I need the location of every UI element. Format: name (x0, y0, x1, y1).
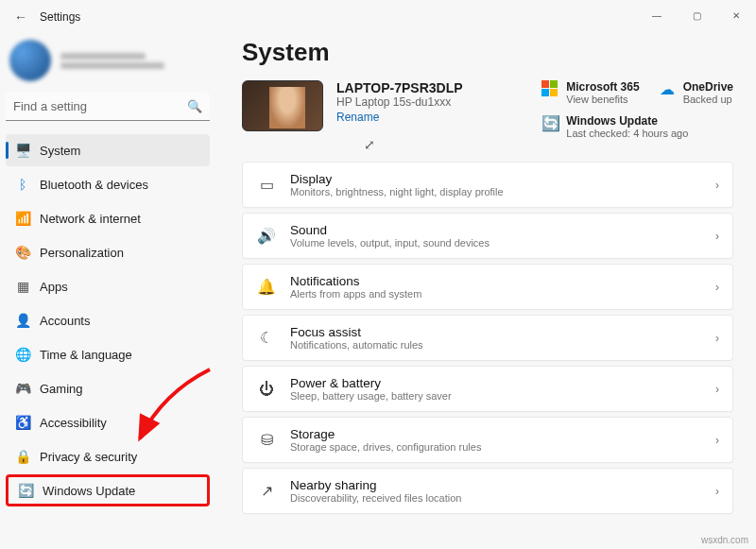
device-block: LAPTOP-7PSR3DLP HP Laptop 15s-du1xxx Ren… (242, 80, 463, 152)
ms365-link[interactable]: Microsoft 365View benefits (541, 80, 639, 105)
card-power[interactable]: ⏻ Power & batterySleep, battery usage, b… (242, 366, 733, 412)
card-nearby-sharing[interactable]: ↗ Nearby sharingDiscoverability, receive… (242, 468, 733, 514)
moon-icon: ☾ (256, 329, 277, 347)
wifi-icon: 📶 (15, 211, 30, 226)
sidebar-item-time[interactable]: 🌐 Time & language (6, 338, 210, 370)
sidebar-item-windows-update[interactable]: 🔄 Windows Update (6, 474, 210, 506)
accounts-icon: 👤 (15, 313, 30, 328)
windows-update-link[interactable]: 🔄 Windows UpdateLast checked: 4 hours ag… (541, 114, 733, 139)
search-input[interactable]: Find a setting 🔍 (6, 93, 210, 121)
hero-status: Microsoft 365View benefits ☁ OneDriveBac… (541, 80, 733, 139)
chevron-right-icon: › (715, 230, 719, 243)
sidebar-item-label: Accounts (40, 314, 90, 328)
shield-icon: 🔒 (15, 449, 30, 464)
sound-icon: 🔊 (256, 227, 277, 245)
titlebar: ← Settings ― ▢ ✕ (0, 0, 756, 34)
close-button[interactable]: ✕ (716, 0, 756, 30)
maximize-button[interactable]: ▢ (677, 0, 716, 30)
window-title: Settings (40, 10, 80, 24)
device-info: LAPTOP-7PSR3DLP HP Laptop 15s-du1xxx Ren… (336, 80, 463, 124)
device-model: HP Laptop 15s-du1xxx (336, 95, 463, 109)
sidebar-item-accessibility[interactable]: ♿ Accessibility (6, 406, 210, 438)
sidebar-item-label: System (40, 144, 80, 158)
system-icon: 🖥️ (15, 143, 30, 158)
settings-cards: ▭ DisplayMonitors, brightness, night lig… (242, 162, 733, 514)
share-icon: ↗ (256, 482, 277, 500)
sidebar-item-label: Accessibility (40, 416, 107, 430)
sidebar-item-label: Privacy & security (40, 450, 137, 464)
sidebar-item-label: Windows Update (43, 484, 135, 498)
bluetooth-icon: ᛒ (15, 177, 30, 192)
power-icon: ⏻ (256, 381, 277, 398)
sidebar-item-label: Personalization (40, 246, 124, 260)
sidebar-item-privacy[interactable]: 🔒 Privacy & security (6, 440, 210, 472)
update-icon: 🔄 (18, 483, 33, 498)
sidebar-item-label: Apps (40, 280, 68, 294)
sidebar: Find a setting 🔍 🖥️ System ᛒ Bluetooth &… (0, 34, 215, 549)
chevron-right-icon: › (715, 281, 719, 294)
chevron-right-icon: › (715, 434, 719, 447)
card-focus-assist[interactable]: ☾ Focus assistNotifications, automatic r… (242, 315, 733, 361)
chevron-right-icon: › (715, 332, 719, 345)
globe-icon: 🌐 (15, 347, 30, 362)
pin-icon[interactable]: ⤢ (276, 137, 463, 152)
cloud-icon: ☁ (659, 80, 676, 98)
sidebar-item-label: Bluetooth & devices (40, 178, 148, 192)
device-name: LAPTOP-7PSR3DLP (336, 80, 463, 95)
watermark: wsxdn.com (701, 535, 748, 545)
microsoft-icon (541, 80, 558, 96)
card-notifications[interactable]: 🔔 NotificationsAlerts from apps and syst… (242, 264, 733, 310)
sidebar-item-bluetooth[interactable]: ᛒ Bluetooth & devices (6, 168, 210, 200)
card-display[interactable]: ▭ DisplayMonitors, brightness, night lig… (242, 162, 733, 208)
avatar (9, 40, 51, 81)
update-icon: 🔄 (541, 114, 558, 132)
storage-icon: ⛁ (256, 431, 277, 449)
sidebar-item-apps[interactable]: ▦ Apps (6, 270, 210, 302)
sidebar-item-label: Network & internet (40, 212, 141, 226)
search-placeholder: Find a setting (13, 99, 87, 113)
sidebar-item-network[interactable]: 📶 Network & internet (6, 202, 210, 234)
card-sound[interactable]: 🔊 SoundVolume levels, output, input, sou… (242, 213, 733, 259)
nav: 🖥️ System ᛒ Bluetooth & devices 📶 Networ… (6, 134, 210, 506)
search-icon: 🔍 (187, 99, 202, 113)
paint-icon: 🎨 (15, 245, 30, 260)
back-button[interactable]: ← (8, 9, 34, 25)
display-icon: ▭ (256, 176, 277, 194)
gamepad-icon: 🎮 (15, 381, 30, 396)
accessibility-icon: ♿ (15, 415, 30, 430)
sidebar-item-system[interactable]: 🖥️ System (6, 134, 210, 166)
card-storage[interactable]: ⛁ StorageStorage space, drives, configur… (242, 417, 733, 463)
device-image (242, 80, 323, 131)
user-account-button[interactable] (6, 34, 210, 89)
sidebar-item-accounts[interactable]: 👤 Accounts (6, 304, 210, 336)
chevron-right-icon: › (715, 485, 719, 498)
chevron-right-icon: › (715, 179, 719, 192)
onedrive-link[interactable]: ☁ OneDriveBacked up (659, 80, 733, 105)
rename-link[interactable]: Rename (336, 111, 463, 124)
window-controls: ― ▢ ✕ (637, 0, 756, 30)
apps-icon: ▦ (15, 279, 30, 294)
hero-row: LAPTOP-7PSR3DLP HP Laptop 15s-du1xxx Ren… (242, 80, 733, 152)
sidebar-item-label: Gaming (40, 382, 83, 396)
sidebar-item-personalization[interactable]: 🎨 Personalization (6, 236, 210, 268)
sidebar-item-label: Time & language (40, 348, 132, 362)
user-text (60, 53, 164, 69)
bell-icon: 🔔 (256, 278, 277, 296)
minimize-button[interactable]: ― (637, 0, 677, 30)
page-title: System (242, 38, 733, 67)
sidebar-item-gaming[interactable]: 🎮 Gaming (6, 372, 210, 404)
chevron-right-icon: › (715, 383, 719, 396)
main-content: System LAPTOP-7PSR3DLP HP Laptop 15s-du1… (215, 34, 756, 549)
